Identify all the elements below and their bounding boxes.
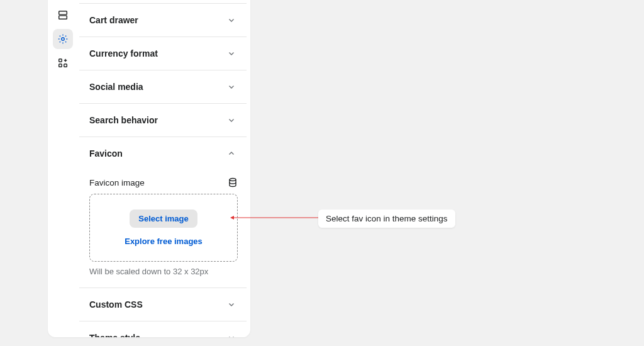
- favicon-field-label: Favicon image: [89, 178, 145, 187]
- annotation-callout: Select fav icon in theme settings: [318, 209, 455, 228]
- svg-rect-4: [59, 59, 62, 62]
- settings-scroll[interactable]: Modal Cart drawer Currency format Social…: [79, 0, 250, 337]
- favicon-section-body: Favicon image Select image Explore free …: [79, 170, 247, 288]
- chevron-down-icon: [225, 14, 238, 26]
- favicon-label-row: Favicon image: [89, 177, 238, 187]
- database-icon[interactable]: [228, 177, 238, 187]
- section-title: Social media: [89, 82, 143, 92]
- section-title: Custom CSS: [89, 299, 143, 310]
- section-title: Currency format: [89, 48, 158, 59]
- section-theme-style[interactable]: Theme style: [79, 321, 247, 337]
- svg-rect-6: [64, 64, 67, 67]
- favicon-hint: Will be scaled down to 32 x 32px: [89, 267, 238, 276]
- section-search-behavior[interactable]: Search behavior: [79, 104, 247, 137]
- section-social-media[interactable]: Social media: [79, 70, 247, 104]
- rail-apps-icon[interactable]: [53, 53, 73, 73]
- chevron-down-icon: [225, 81, 238, 93]
- section-title: Cart drawer: [89, 15, 138, 25]
- section-custom-css[interactable]: Custom CSS: [79, 288, 247, 321]
- annotation-text: Select fav icon in theme settings: [326, 214, 448, 223]
- chevron-down-icon: [225, 114, 238, 126]
- explore-free-images-link[interactable]: Explore free images: [125, 237, 203, 246]
- section-favicon[interactable]: Favicon: [79, 137, 247, 170]
- favicon-dropzone[interactable]: Select image Explore free images: [89, 194, 238, 262]
- chevron-down-icon: [225, 47, 238, 60]
- rail-gear-icon[interactable]: [53, 29, 73, 49]
- svg-point-3: [62, 38, 65, 41]
- svg-point-0: [230, 179, 236, 181]
- chevron-up-icon: [225, 147, 238, 160]
- chevron-down-icon: [225, 332, 238, 337]
- editor-icon-rail: [48, 0, 78, 104]
- section-title: Theme style: [89, 333, 140, 337]
- svg-rect-2: [59, 16, 67, 19]
- theme-settings-panel: Modal Cart drawer Currency format Social…: [48, 0, 250, 337]
- chevron-down-icon: [225, 298, 238, 311]
- svg-rect-1: [59, 11, 67, 14]
- section-title: Search behavior: [89, 115, 158, 125]
- section-cart-drawer[interactable]: Cart drawer: [79, 4, 247, 37]
- select-image-button[interactable]: Select image: [130, 209, 197, 228]
- section-title: Favicon: [89, 148, 123, 159]
- section-currency-format[interactable]: Currency format: [79, 37, 247, 70]
- rail-sections-icon[interactable]: [53, 5, 73, 25]
- svg-rect-5: [59, 64, 62, 67]
